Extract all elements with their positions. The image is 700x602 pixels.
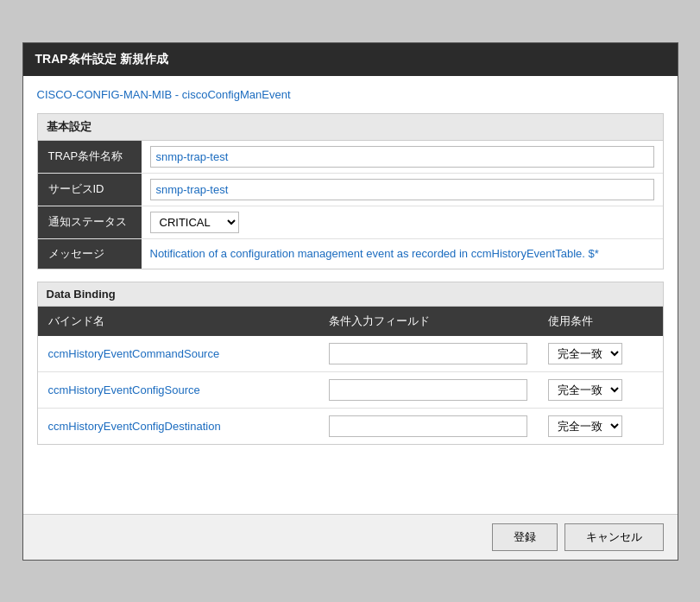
- header-condition-input: 条件入力フィールド: [318, 307, 537, 336]
- binding-condition-select-0[interactable]: 完全一致部分一致前方一致後方一致: [548, 343, 622, 364]
- binding-condition-cell-0: 完全一致部分一致前方一致後方一致: [538, 336, 663, 372]
- message-label: メッセージ: [38, 238, 142, 269]
- binding-row: ccmHistoryEventConfigSource完全一致部分一致前方一致後…: [38, 371, 663, 408]
- binding-input-0[interactable]: [329, 343, 527, 364]
- basic-settings-title: 基本設定: [38, 114, 663, 141]
- binding-condition-select-1[interactable]: 完全一致部分一致前方一致後方一致: [548, 379, 622, 401]
- service-id-input[interactable]: [150, 179, 654, 200]
- register-button[interactable]: 登録: [492, 523, 558, 551]
- trap-name-input-cell: [142, 141, 663, 174]
- binding-input-1[interactable]: [329, 379, 527, 401]
- service-id-input-cell: [142, 173, 663, 206]
- binding-row: ccmHistoryEventCommandSource完全一致部分一致前方一致…: [38, 336, 663, 372]
- dialog-footer: 登録 キャンセル: [23, 514, 678, 560]
- binding-input-cell-0: [318, 336, 537, 372]
- mib-link[interactable]: CISCO-CONFIG-MAN-MIB - ciscoConfigManEve…: [37, 88, 664, 101]
- notify-status-input-cell: CRITICAL WARNING UNKNOWN OK: [142, 206, 663, 238]
- binding-table: バインド名 条件入力フィールド 使用条件 ccmHistoryEventComm…: [38, 307, 663, 444]
- message-text: Notification of a configuration manageme…: [150, 247, 599, 260]
- dialog-title-bar: TRAP条件設定 新規作成: [23, 43, 678, 76]
- header-use-condition: 使用条件: [538, 307, 663, 336]
- trap-name-label: TRAP条件名称: [38, 141, 142, 174]
- data-binding-title: Data Binding: [38, 282, 663, 307]
- binding-condition-cell-1: 完全一致部分一致前方一致後方一致: [538, 371, 663, 408]
- trap-name-input[interactable]: [150, 146, 654, 168]
- notify-status-select[interactable]: CRITICAL WARNING UNKNOWN OK: [150, 212, 239, 233]
- binding-name-0: ccmHistoryEventCommandSource: [38, 336, 319, 372]
- binding-table-header-row: バインド名 条件入力フィールド 使用条件: [38, 307, 663, 336]
- main-dialog: TRAP条件設定 新規作成 CISCO-CONFIG-MAN-MIB - cis…: [22, 42, 678, 561]
- message-row: メッセージ Notification of a configuration ma…: [38, 238, 663, 269]
- binding-name-1: ccmHistoryEventConfigSource: [38, 371, 319, 408]
- dialog-body: CISCO-CONFIG-MAN-MIB - ciscoConfigManEve…: [23, 76, 678, 514]
- data-binding-section: Data Binding バインド名 条件入力フィールド 使用条件 ccmHis…: [37, 282, 664, 445]
- binding-input-cell-1: [318, 371, 537, 408]
- binding-condition-select-2[interactable]: 完全一致部分一致前方一致後方一致: [548, 415, 622, 437]
- binding-input-cell-2: [318, 408, 537, 444]
- basic-settings-table: TRAP条件名称 サービスID 通知ステータス: [38, 141, 663, 269]
- binding-name-2: ccmHistoryEventConfigDestination: [38, 408, 319, 444]
- trap-name-row: TRAP条件名称: [38, 141, 663, 174]
- binding-input-2[interactable]: [329, 415, 527, 437]
- dialog-title: TRAP条件設定 新規作成: [35, 52, 168, 66]
- data-binding-content: バインド名 条件入力フィールド 使用条件 ccmHistoryEventComm…: [38, 307, 663, 444]
- binding-row: ccmHistoryEventConfigDestination完全一致部分一致…: [38, 408, 663, 444]
- message-input-cell: Notification of a configuration manageme…: [142, 238, 663, 269]
- header-bind-name: バインド名: [38, 307, 319, 336]
- service-id-label: サービスID: [38, 173, 142, 206]
- cancel-button[interactable]: キャンセル: [564, 523, 664, 551]
- notify-status-label: 通知ステータス: [38, 206, 142, 238]
- binding-condition-cell-2: 完全一致部分一致前方一致後方一致: [538, 408, 663, 444]
- basic-settings-content: TRAP条件名称 サービスID 通知ステータス: [38, 141, 663, 269]
- notify-status-row: 通知ステータス CRITICAL WARNING UNKNOWN OK: [38, 206, 663, 238]
- basic-settings-section: 基本設定 TRAP条件名称 サービスID: [37, 113, 664, 269]
- service-id-row: サービスID: [38, 173, 663, 206]
